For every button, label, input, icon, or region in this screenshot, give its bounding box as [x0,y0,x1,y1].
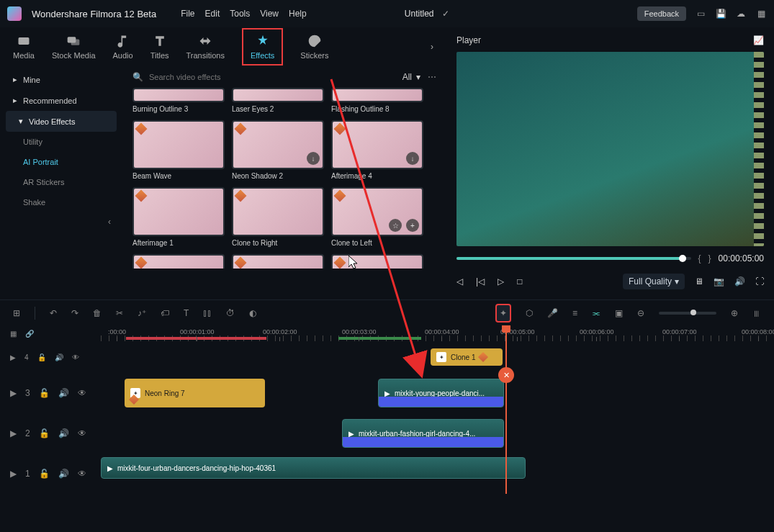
tab-stock-media[interactable]: Stock Media [52,34,96,60]
more-options-icon[interactable]: ⋯ [428,72,436,82]
zoom-slider[interactable] [659,312,716,315]
step-back-icon[interactable]: |◁ [476,276,485,287]
feedback-button[interactable]: Feedback [637,6,686,21]
project-title[interactable]: Untitled [405,9,434,19]
effect-thumb[interactable] [132,120,225,169]
redo-icon[interactable]: ↷ [71,308,78,318]
mute-icon[interactable]: 🔊 [58,388,69,398]
project-sync-icon[interactable]: ✓ [440,8,451,19]
save-icon[interactable]: 💾 [715,8,726,19]
effect-thumb[interactable]: ↓ [232,120,324,169]
player-scrubber[interactable] [456,257,691,260]
menu-view[interactable]: View [260,9,279,19]
effect-thumb[interactable] [232,88,324,102]
audio-sync-icon[interactable]: ≡ [572,308,577,318]
delete-icon[interactable]: 🗑 [93,308,102,318]
voiceover-icon[interactable]: 🎤 [547,308,558,318]
effect-thumb[interactable] [132,187,225,236]
sidebar-mine[interactable]: ▸Mine [0,69,122,90]
tab-audio[interactable]: Audio [113,34,133,60]
add-icon[interactable]: + [406,219,419,232]
zoom-in-icon[interactable]: ⊕ [731,308,738,318]
video-clip[interactable]: ▶mixkit-four-urban-dancers-dancing-hip-h… [101,457,526,479]
menu-help[interactable]: Help [289,9,307,19]
auto-ripple-icon[interactable]: ⫘ [592,308,600,318]
lock-icon[interactable]: 🔓 [39,469,50,479]
audio-detach-icon[interactable]: ♪⁺ [138,308,146,318]
snapshot-icon[interactable]: 📈 [752,35,764,46]
effect-thumb[interactable] [331,88,423,102]
effect-clip-clone[interactable]: ✦ Clone 1 [431,348,503,366]
tab-media[interactable]: Media [13,34,35,60]
video-clip[interactable]: ▶mixkit-urban-fashion-girl-dancing-4... [342,419,504,448]
volume-icon[interactable]: 🔊 [734,276,745,287]
text-icon[interactable]: T [184,308,189,318]
effect-thumb[interactable] [132,254,225,269]
sidebar-ai-portrait[interactable]: AI Portrait [0,152,122,172]
effect-thumb[interactable] [132,88,225,102]
favorite-icon[interactable]: ☆ [389,219,402,232]
lock-icon[interactable]: 🔓 [39,428,50,438]
lock-icon[interactable]: 🔓 [39,388,50,398]
layout-options-icon[interactable]: ⊞ [13,308,20,318]
player-viewport[interactable] [456,52,764,246]
track-type-icon[interactable]: ▶ [10,388,17,398]
effect-thumb[interactable] [232,187,324,236]
fullscreen-icon[interactable]: ⛶ [755,276,764,287]
prev-frame-icon[interactable]: ◁ [456,276,463,287]
tab-stickers[interactable]: Stickers [300,34,328,60]
download-icon[interactable]: ↓ [307,152,320,165]
menu-file[interactable]: File [181,9,194,19]
timeline-playhead[interactable]: ✕ [505,325,507,494]
effect-thumb[interactable] [232,254,324,269]
effect-thumb[interactable] [331,254,423,269]
visibility-icon[interactable]: 👁 [78,388,86,398]
mute-icon[interactable]: 🔊 [58,428,69,438]
zoom-out-icon[interactable]: ⊖ [637,308,644,318]
sidebar-ar-stickers[interactable]: AR Stickers [0,172,122,192]
marker-icon[interactable]: ⬡ [526,308,533,318]
visibility-icon[interactable]: 👁 [78,428,86,438]
download-icon[interactable]: ↓ [406,152,419,165]
undo-icon[interactable]: ↶ [50,308,57,318]
visibility-icon[interactable]: 👁 [78,469,86,479]
effect-thumb[interactable]: ↓ [331,120,423,169]
track-options-icon[interactable]: ⫼ [752,308,761,318]
stop-icon[interactable]: □ [517,276,522,287]
timeline-view-icon[interactable]: ▦ [10,330,17,338]
effect-thumb[interactable]: ☆+ [331,187,423,236]
tag-icon[interactable]: 🏷 [161,308,169,318]
track-type-icon[interactable]: ▶ [10,428,17,438]
lock-icon[interactable]: 🔓 [37,353,46,361]
playhead-handle[interactable]: ✕ [498,367,514,383]
mute-icon[interactable]: 🔊 [58,469,69,479]
mark-in-bracket[interactable]: { [698,253,701,263]
search-box[interactable]: 🔍 [132,72,395,82]
timeline-tracks[interactable]: :00:00 00:00:01:00 00:00:02:00 00:00:03:… [101,325,774,494]
crop-icon[interactable]: ▣ [615,308,623,318]
play-icon[interactable]: ▷ [498,276,504,287]
camera-icon[interactable]: 📷 [714,276,724,287]
mark-out-bracket[interactable]: } [708,253,711,263]
timeline-ruler[interactable]: :00:00 00:00:01:00 00:00:02:00 00:00:03:… [101,325,774,341]
menu-tools[interactable]: Tools [230,9,250,19]
quality-dropdown[interactable]: Full Quality▾ [623,274,685,289]
grid-icon[interactable]: ▦ [755,8,767,19]
video-clip[interactable]: ▶mixkit-young-people-danci... [378,379,504,407]
speed-icon[interactable]: ⏱ [226,308,235,318]
mute-icon[interactable]: 🔊 [55,353,63,361]
menu-edit[interactable]: Edit [205,9,220,19]
mixer-icon[interactable]: ⫿⫿ [203,308,212,318]
cloud-icon[interactable]: ☁ [735,8,747,19]
render-preview-icon[interactable]: ✦ [495,304,511,323]
search-input[interactable] [149,73,395,81]
sidebar-recommended[interactable]: ▸Recommended [0,90,122,111]
color-icon[interactable]: ◐ [249,308,256,318]
visibility-icon[interactable]: 👁 [72,353,79,361]
layout-icon[interactable]: ▭ [695,8,706,19]
tab-transitions[interactable]: Transitions [186,34,225,60]
link-icon[interactable]: 🔗 [25,330,34,338]
sidebar-utility[interactable]: Utility [0,132,122,152]
track-type-icon[interactable]: ▶ [10,353,16,361]
display-icon[interactable]: 🖥 [695,276,703,287]
